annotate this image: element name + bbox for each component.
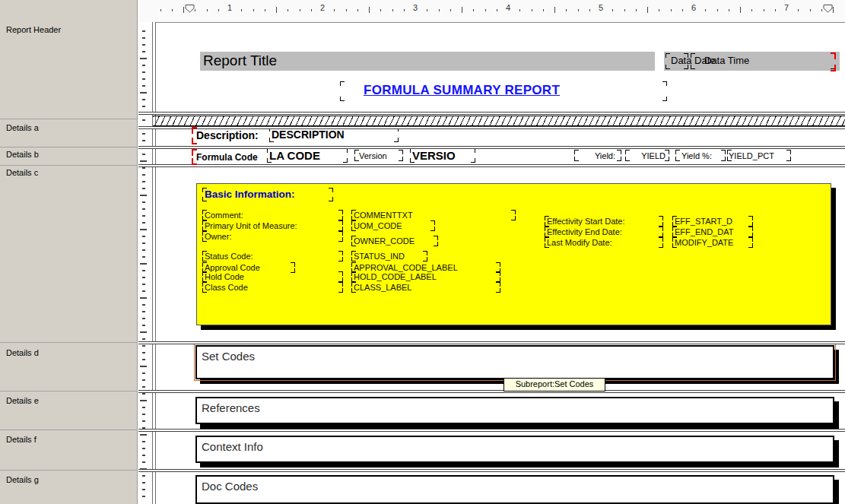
ruler-tick xyxy=(404,9,405,11)
ruler-tick xyxy=(172,9,173,11)
section-label-details-e[interactable]: Details e xyxy=(6,396,39,405)
report-title-field[interactable]: Report Title xyxy=(200,52,655,71)
formula-code-field[interactable]: LA CODE xyxy=(267,148,348,163)
section-divider[interactable] xyxy=(138,112,845,115)
section-label-details-f[interactable]: Details f xyxy=(6,435,37,444)
ruler-tick xyxy=(311,9,312,11)
subreport-doc-codes[interactable]: Doc Codes xyxy=(195,475,834,504)
eff-end-date-field[interactable]: EFF_END_DAT xyxy=(672,227,753,237)
eff-start-date-field[interactable]: EFF_START_D xyxy=(672,216,753,227)
basic-information-title[interactable]: Basic Information: xyxy=(202,188,333,201)
section-divider[interactable] xyxy=(138,390,845,393)
ruler-tick xyxy=(717,9,718,11)
ruler-tick xyxy=(142,359,145,360)
ruler-tick xyxy=(142,133,145,135)
primary-uom-field[interactable]: UOM_CODE xyxy=(351,220,435,231)
ruler-tick xyxy=(218,9,219,11)
red-handle xyxy=(192,149,197,156)
ruler-tick xyxy=(142,78,145,80)
ruler-tick xyxy=(142,270,145,271)
ruler-tick xyxy=(764,9,764,11)
last-modify-date-field[interactable]: MODIFY_DATE xyxy=(672,237,753,248)
ruler-tick xyxy=(142,249,145,251)
ruler-tick xyxy=(241,9,242,11)
subreport-references[interactable]: References xyxy=(195,397,834,424)
version-field[interactable]: VERSIO xyxy=(410,148,475,163)
section-divider[interactable] xyxy=(138,341,845,344)
ruler-tick xyxy=(142,441,145,442)
ruler-marker-icon[interactable] xyxy=(185,5,195,13)
section-label-details-a[interactable]: Details a xyxy=(6,123,39,132)
section-divider[interactable] xyxy=(138,469,845,472)
formula-summary-title-field[interactable]: FORMULA SUMMARY REPORT xyxy=(340,81,667,101)
ruler-tick xyxy=(140,331,147,333)
description-field[interactable]: DESCRIPTION xyxy=(269,127,399,142)
section-divider[interactable] xyxy=(138,164,845,167)
red-handle xyxy=(192,138,197,144)
ruler-tick xyxy=(624,9,625,11)
section-label-details-g[interactable]: Details g xyxy=(6,475,39,484)
red-handle xyxy=(831,52,836,59)
panel-divider xyxy=(0,470,137,471)
ruler-tick xyxy=(276,7,277,13)
hold-code-label[interactable]: Hold Code xyxy=(202,271,343,282)
ruler-tick xyxy=(140,160,147,162)
ruler-tick xyxy=(142,345,145,347)
comment-field[interactable]: COMMENTTXT xyxy=(351,210,516,220)
yield-pct-field[interactable]: YIELD_PCT xyxy=(727,150,791,161)
ruler-tick xyxy=(142,242,145,244)
ruler-tick xyxy=(287,9,288,11)
ruler-tick xyxy=(821,9,822,11)
ruler-number: 4 xyxy=(506,3,510,12)
ruler-tick xyxy=(142,461,145,463)
eff-start-date-label[interactable]: Effectivity Start Date: xyxy=(545,216,663,227)
ruler-tick xyxy=(810,9,811,11)
ruler-tick xyxy=(140,400,147,401)
ruler-tick xyxy=(142,106,145,107)
section-divider[interactable] xyxy=(138,429,845,432)
section-label-details-b[interactable]: Details b xyxy=(6,150,39,159)
class-code-label[interactable]: Class Code xyxy=(202,282,343,293)
ruler-marker-icon[interactable] xyxy=(823,5,833,13)
subreport-set-codes[interactable]: Set Codes xyxy=(195,345,834,379)
section-divider[interactable] xyxy=(138,146,845,149)
section-label-details-d[interactable]: Details d xyxy=(6,348,39,357)
status-code-field[interactable]: STATUS_IND xyxy=(351,251,427,262)
yield-field[interactable]: YIELD xyxy=(625,150,669,161)
ruler-tick xyxy=(392,9,393,11)
ruler-tick xyxy=(578,9,579,11)
ruler-tick xyxy=(142,208,145,210)
ruler-tick xyxy=(142,236,145,237)
formula-code-label[interactable]: Formula Code xyxy=(196,152,258,163)
ruler-tick xyxy=(142,256,145,258)
status-code-label[interactable]: Status Code: xyxy=(202,251,343,262)
page-break-hatch-band xyxy=(153,116,845,126)
section-label-report-header[interactable]: Report Header xyxy=(6,25,61,34)
ruler-number: 1 xyxy=(227,3,232,12)
ruler-tick xyxy=(142,448,145,449)
last-modify-date-label[interactable]: Last Modify Date: xyxy=(545,237,663,248)
subreport-context-info[interactable]: Context Info xyxy=(195,436,834,463)
primary-uom-label[interactable]: Primary Unit of Measure: xyxy=(202,220,343,231)
horizontal-ruler[interactable]: 1234567 xyxy=(137,0,845,23)
yield-pct-label[interactable]: Yield %: xyxy=(675,150,726,161)
panel-divider xyxy=(0,119,137,119)
ruler-tick xyxy=(142,311,145,312)
eff-end-date-label[interactable]: Effectivity End Date: xyxy=(545,227,663,237)
ruler-tick xyxy=(140,297,147,299)
yield-label[interactable]: Yield: xyxy=(574,150,621,161)
owner-field[interactable]: OWNER_CODE xyxy=(351,236,438,246)
ruler-tick xyxy=(140,58,147,59)
description-label[interactable]: Description: xyxy=(196,129,259,141)
section-label-details-c[interactable]: Details c xyxy=(6,168,38,177)
ruler-tick xyxy=(142,85,145,87)
ruler-tick xyxy=(142,44,145,46)
owner-label[interactable]: Owner: xyxy=(202,231,343,242)
section-divider[interactable] xyxy=(138,126,845,129)
ruler-tick xyxy=(142,140,145,141)
ruler-tick xyxy=(142,119,145,121)
version-label[interactable]: Version xyxy=(354,150,403,161)
hold-code-field[interactable]: HOLD_CODE_LABEL xyxy=(351,271,500,282)
class-code-field[interactable]: CLASS_LABEL xyxy=(351,282,500,293)
comment-label[interactable]: Comment: xyxy=(202,210,343,220)
